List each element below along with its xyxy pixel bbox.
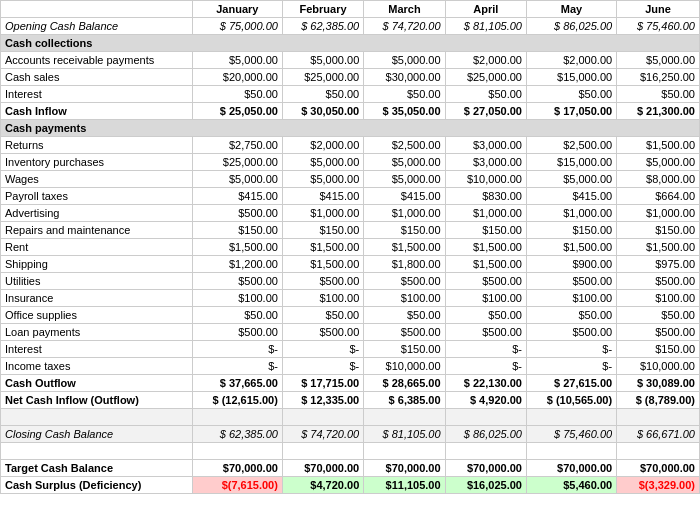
row-label: Target Cash Balance	[1, 460, 193, 477]
row-label: Advertising	[1, 205, 193, 222]
column-headers: January February March April May June	[1, 1, 700, 18]
row-value: $10,000.00	[364, 358, 445, 375]
row-value: $50.00	[364, 86, 445, 103]
row-value: $150.00	[364, 222, 445, 239]
row-value: $ 75,460.00	[617, 18, 700, 35]
row-value: $-	[526, 341, 616, 358]
row-value: $1,000.00	[617, 205, 700, 222]
row-value: $1,500.00	[282, 239, 363, 256]
row-label: Interest	[1, 86, 193, 103]
separator-row-2	[1, 443, 700, 460]
row-label: Income taxes	[1, 358, 193, 375]
row-label: Cash sales	[1, 69, 193, 86]
march-header: March	[364, 1, 445, 18]
table-row: Shipping$1,200.00$1,500.00$1,800.00$1,50…	[1, 256, 700, 273]
row-value: $2,000.00	[282, 137, 363, 154]
row-value: $664.00	[617, 188, 700, 205]
row-label: Inventory purchases	[1, 154, 193, 171]
row-value: $1,800.00	[364, 256, 445, 273]
row-value: $ 37,665.00	[192, 375, 282, 392]
row-value: $1,000.00	[364, 205, 445, 222]
row-value: $-	[192, 341, 282, 358]
row-value: $50.00	[445, 86, 526, 103]
row-value: $5,000.00	[364, 171, 445, 188]
row-value: $150.00	[526, 222, 616, 239]
row-value: $415.00	[364, 188, 445, 205]
row-value: $ 75,000.00	[192, 18, 282, 35]
table-row: Net Cash Inflow (Outflow)$ (12,615.00)$ …	[1, 392, 700, 409]
row-label: Office supplies	[1, 307, 193, 324]
row-value: $ 27,050.00	[445, 103, 526, 120]
row-value: $5,000.00	[282, 154, 363, 171]
row-value: $70,000.00	[526, 460, 616, 477]
row-value: $16,250.00	[617, 69, 700, 86]
row-value: $10,000.00	[617, 358, 700, 375]
table-row: Payroll taxes$415.00$415.00$415.00$830.0…	[1, 188, 700, 205]
row-value: $ (10,565.00)	[526, 392, 616, 409]
row-value: $500.00	[282, 273, 363, 290]
row-value: $ 86,025.00	[445, 426, 526, 443]
row-value: $-	[282, 358, 363, 375]
row-value: $100.00	[617, 290, 700, 307]
table-row: Closing Cash Balance$ 62,385.00$ 74,720.…	[1, 426, 700, 443]
row-value: $ 6,385.00	[364, 392, 445, 409]
row-value: $-	[192, 358, 282, 375]
row-value: $500.00	[364, 273, 445, 290]
january-header: January	[192, 1, 282, 18]
row-value: $5,000.00	[282, 52, 363, 69]
table-row: Target Cash Balance$70,000.00$70,000.00$…	[1, 460, 700, 477]
separator-row	[1, 409, 700, 426]
cash-collections-header: Cash collections	[1, 35, 700, 52]
row-value: $-	[445, 341, 526, 358]
row-value: $1,500.00	[282, 256, 363, 273]
row-value: $ 12,335.00	[282, 392, 363, 409]
june-header: June	[617, 1, 700, 18]
row-label: Shipping	[1, 256, 193, 273]
table-row: Office supplies$50.00$50.00$50.00$50.00$…	[1, 307, 700, 324]
row-value: $1,500.00	[445, 239, 526, 256]
row-value: $50.00	[282, 307, 363, 324]
row-value: $70,000.00	[445, 460, 526, 477]
row-value: $ 28,665.00	[364, 375, 445, 392]
row-value: $900.00	[526, 256, 616, 273]
row-value: $ 30,050.00	[282, 103, 363, 120]
surplus-value: $5,460.00	[526, 477, 616, 494]
row-value: $500.00	[526, 273, 616, 290]
row-value: $ 30,089.00	[617, 375, 700, 392]
row-label: Loan payments	[1, 324, 193, 341]
row-value: $150.00	[617, 222, 700, 239]
row-value: $150.00	[192, 222, 282, 239]
row-value: $5,000.00	[192, 52, 282, 69]
row-label: Utilities	[1, 273, 193, 290]
row-label: Repairs and maintenance	[1, 222, 193, 239]
row-label: Cash Inflow	[1, 103, 193, 120]
row-value: $150.00	[445, 222, 526, 239]
row-value: $150.00	[364, 341, 445, 358]
row-value: $ 86,025.00	[526, 18, 616, 35]
row-value: $100.00	[282, 290, 363, 307]
row-value: $ 81,105.00	[445, 18, 526, 35]
row-label: Net Cash Inflow (Outflow)	[1, 392, 193, 409]
row-value: $ 21,300.00	[617, 103, 700, 120]
row-value: $70,000.00	[617, 460, 700, 477]
row-value: $8,000.00	[617, 171, 700, 188]
row-label: Accounts receivable payments	[1, 52, 193, 69]
surplus-value: $4,720.00	[282, 477, 363, 494]
row-value: $500.00	[192, 324, 282, 341]
row-value: $ (8,789.00)	[617, 392, 700, 409]
row-value: $500.00	[526, 324, 616, 341]
row-value: $1,000.00	[282, 205, 363, 222]
table-row: Cash Inflow$ 25,050.00$ 30,050.00$ 35,05…	[1, 103, 700, 120]
row-value: $2,750.00	[192, 137, 282, 154]
row-value: $415.00	[282, 188, 363, 205]
surplus-value: $(7,615.00)	[192, 477, 282, 494]
row-value: $5,000.00	[364, 52, 445, 69]
row-value: $ 74,720.00	[364, 18, 445, 35]
row-value: $20,000.00	[192, 69, 282, 86]
row-label: Interest	[1, 341, 193, 358]
row-value: $1,000.00	[526, 205, 616, 222]
row-value: $500.00	[192, 273, 282, 290]
cash-payments-header: Cash payments	[1, 120, 700, 137]
row-value: $50.00	[617, 86, 700, 103]
row-value: $ 35,050.00	[364, 103, 445, 120]
